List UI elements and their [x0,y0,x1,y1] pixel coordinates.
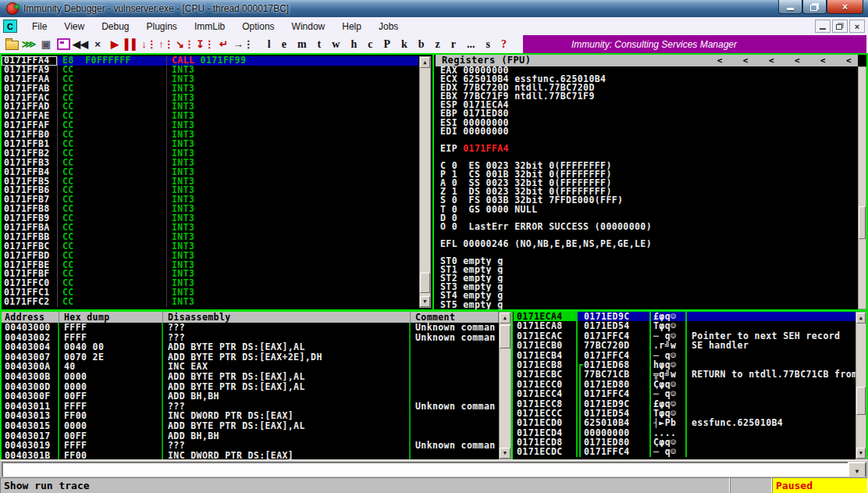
dump-row[interactable]: 0040301BFF00INC DWORD PTR DS:[EAX] [2,451,499,459]
stack-row[interactable]: 0171ECB40171FFC4─ q☺ [514,351,856,360]
scroll-up-arrow[interactable]: ▲ [420,57,430,68]
restart-button[interactable]: ⋙ [21,37,37,52]
stack-row[interactable]: 0171ECCC0171ED54Tφq☺ [514,409,856,418]
close-button[interactable]: × [827,0,863,14]
toolbar-letter-button[interactable]: ? [496,38,512,51]
mdi-close-button[interactable]: × [849,20,865,33]
menu-item-debug[interactable]: Debug [93,19,137,34]
register-line[interactable]: C 0 ES 0023 32bit 0(FFFFFFFF) [436,162,858,170]
dump-row[interactable]: 0040300F00FFADD BH,BH [2,391,499,402]
disasm-row[interactable]: 0171FFBDCCINT3 [2,252,418,261]
disasm-row[interactable]: 0171FFBFCCINT3 [2,270,418,279]
disasm-row[interactable]: 0171FFB3CCINT3 [2,159,418,168]
scroll-down-arrow[interactable]: ▼ [420,296,430,307]
toolbar-letter-button[interactable]: m [292,38,312,51]
register-line[interactable]: O 0 LastErr ERROR_SUCCESS (00000000) [436,223,858,231]
menu-item-plugins[interactable]: Plugins [138,19,186,34]
toolbar-letter-button[interactable]: z [430,38,446,51]
dump-row[interactable]: 00403013FF00INC DWORD PTR DS:[EAX] [2,411,499,421]
register-line[interactable]: EDX 77BC720D ntdll.77BC720D [436,84,858,92]
stack-scrollbar[interactable]: ▲ ▼ [856,312,866,459]
disasm-row[interactable]: 0171FFAECCINT3 [2,112,418,121]
dump-row[interactable]: 0040300B0000ADD BYTE PTR DS:[EAX],AL [2,372,499,382]
collapse-chevron[interactable]: < [846,55,852,66]
terminate-button[interactable]: × [90,37,105,52]
register-line[interactable]: S 0 FS 003B 32bit 7FFDE000(FFF) [436,196,858,205]
register-line[interactable]: T 0 GS 0000 NULL [436,205,858,214]
dump-row[interactable]: 00403011FFFF???Unknown comman [2,402,499,412]
scroll-up-arrow[interactable]: ▲ [500,313,510,323]
menu-item-options[interactable]: Options [233,19,283,34]
register-line[interactable]: ESI 00000000 [436,119,858,127]
restore-button[interactable] [802,0,827,14]
disasm-row[interactable]: 0171FFB4CCINT3 [2,168,418,177]
stack-row[interactable]: 0171ECC80171ED9C£φq☺ [514,399,856,409]
toolbar-letter-button[interactable]: b [413,38,430,51]
disassembly-scrollbar[interactable]: ▲ ▼ [419,56,431,308]
scroll-thumb[interactable] [859,206,866,239]
rewind-button[interactable]: ◀◀ [73,37,88,52]
register-line[interactable]: ECX 625010B4 essfunc.625010B4 [436,75,858,84]
menu-item-immlib[interactable]: ImmLib [186,19,233,34]
stack-row[interactable]: 0171ECD400000000.... [514,428,856,438]
dump-row[interactable]: 0040301700FFADD BH,BH [2,431,499,441]
toolbar-letter-button[interactable]: c [362,38,378,51]
register-line[interactable]: P 1 CS 001B 32bit 0(FFFFFFFF) [436,170,858,179]
stack-pane[interactable]: 0171ECA40171ED9C£φq☺0171ECA80171ED54Tφq☺… [514,312,856,459]
menu-item-window[interactable]: Window [283,19,334,34]
collapse-chevron[interactable]: < [795,55,800,66]
register-line[interactable]: ST5 empty g [436,301,858,309]
menu-item-help[interactable]: Help [333,19,370,34]
stack-row[interactable]: 0171ECA80171ED54Tφq☺ [514,321,856,330]
registers-pane[interactable]: Registers (FPU) <<<<<< EAX 00000000ECX 6… [436,55,858,309]
register-line[interactable]: ST2 empty g [436,274,858,283]
register-line[interactable]: ST4 empty g [436,291,858,300]
disasm-row[interactable]: 0171FFA4E8 F0FFFFFFCALL 0171FF99 [2,56,418,66]
step-over-button[interactable]: ↑⋮ [158,37,174,52]
register-line[interactable] [436,248,858,257]
collapse-chevron[interactable]: < [717,55,723,66]
register-line[interactable]: EDI 00000000 [436,127,858,136]
scroll-thumb[interactable] [856,387,866,415]
dump-row[interactable]: 004030040040 00ADD BYTE PTR DS:[EAX],AL [2,342,499,352]
disasm-row[interactable]: 0171FFABCCINT3 [2,84,418,94]
register-line[interactable]: ESP 0171ECA4 [436,101,858,109]
disasm-row[interactable]: 0171FFACCCINT3 [2,94,418,103]
disasm-row[interactable]: 0171FFB1CCINT3 [2,140,418,149]
toolbar-letter-button[interactable]: k [396,38,413,51]
stack-row[interactable]: 0171ECB80171ED68hφq☺ [514,360,856,370]
disasm-row[interactable]: 0171FFAACCINT3 [2,75,418,84]
register-line[interactable] [436,153,858,162]
register-line[interactable]: EAX 00000000 [436,66,858,75]
stack-row[interactable]: 0171ECA40171ED9C£φq☺ [514,312,856,321]
until-return-button[interactable]: ↵ [216,37,232,52]
scroll-thumb[interactable] [500,325,510,348]
register-line[interactable]: A 0 SS 0023 32bit 0(FFFFFFFF) [436,179,858,188]
toolbar-letter-button[interactable]: l [262,38,276,51]
dump-row[interactable]: 0040300D0000ADD BYTE PTR DS:[EAX],AL [2,382,499,392]
trace-over-button[interactable]: ↧⋮ [196,37,215,52]
collapse-chevron[interactable]: < [743,55,749,66]
disasm-row[interactable]: 0171FFB2CCINT3 [2,149,418,159]
disasm-row[interactable]: 0171FFC0CCINT3 [2,279,418,288]
register-line[interactable] [436,136,858,145]
disasm-row[interactable]: 0171FFBBCCINT3 [2,233,418,242]
minimize-button[interactable] [778,0,802,14]
disasm-row[interactable]: 0171FFB7CCINT3 [2,195,418,205]
step-into-button[interactable]: ↓⋮ [141,37,157,52]
stack-row[interactable]: 0171ECC00171ED80Çφq☺ [514,380,856,389]
stack-row[interactable]: 0171ECD0625010B4┤►Pbessfunc.625010B4 [514,418,856,427]
register-line[interactable]: ST0 empty g [436,257,858,266]
disasm-row[interactable]: 0171FFB9CCINT3 [2,214,418,223]
disasm-row[interactable]: 0171FFADCCINT3 [2,102,418,112]
register-line[interactable]: EBX 77BC71F9 ntdll.77BC71F9 [436,92,858,101]
toolbar-letter-button[interactable]: w [326,38,345,51]
disasm-row[interactable]: 0171FFB5CCINT3 [2,177,418,187]
toolbar-letter-button[interactable]: r [446,38,461,51]
register-line[interactable] [436,231,858,240]
toolbar-letter-button[interactable]: h [345,38,362,51]
stack-row[interactable]: 0171ECC40171FFC4─ q☺ [514,389,856,398]
menu-item-jobs[interactable]: Jobs [370,19,407,34]
scroll-down-arrow[interactable]: ▼ [500,448,510,459]
open-file-button[interactable] [4,37,20,52]
